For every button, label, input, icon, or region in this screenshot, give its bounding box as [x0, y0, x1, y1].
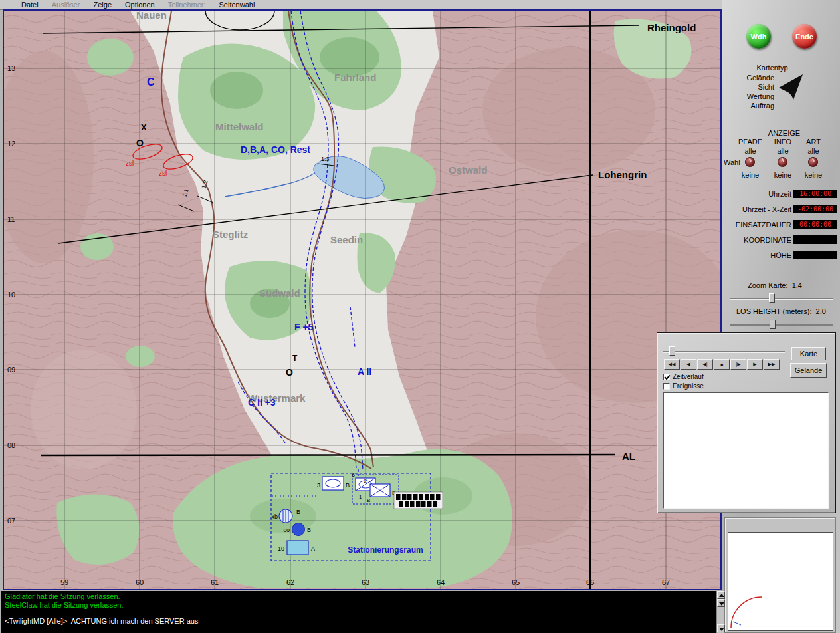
down-arrow-icon	[719, 628, 724, 631]
stop-button[interactable]: ■	[714, 359, 730, 370]
unit-mark-2: 2	[364, 478, 368, 484]
svg-text:10: 10	[7, 291, 15, 299]
koordinate-value	[793, 235, 837, 244]
unit-mark-1: 1	[359, 494, 362, 500]
chat-message: SteelClaw hat die Sitzung verlassen.	[5, 601, 713, 610]
gelaende-button[interactable]: Gelände	[790, 363, 827, 378]
phase-line-label-lohengrin: Lohengrin	[598, 169, 647, 180]
menu-seitenwahl[interactable]: Seitenwahl	[213, 0, 262, 10]
svg-text:65: 65	[512, 578, 520, 586]
up-arrow-icon	[719, 594, 724, 597]
unit-label-dba: D,B,A, CO, Rest	[241, 144, 310, 155]
tactical-map[interactable]: Rheingold Lohengrin AL 5960 6162 6364 65…	[4, 11, 720, 589]
pfade-knob[interactable]	[745, 157, 755, 167]
svg-text:67: 67	[662, 578, 670, 586]
ereignisse-label: Ereignisse	[673, 382, 704, 390]
kartentyp-option-sicht[interactable]: Sicht	[722, 83, 774, 91]
svg-text:66: 66	[586, 578, 594, 586]
menu-ausloeser[interactable]: Auslöser	[45, 0, 87, 10]
wdh-button[interactable]: Wdh	[746, 24, 771, 49]
svg-text:59: 59	[60, 578, 68, 586]
place-ostwald: Ostwald	[449, 164, 487, 176]
einsatzdauer-value: 00:00:00	[793, 220, 837, 229]
zoom-slider-track[interactable]	[730, 298, 833, 299]
wdh-button-label: Wdh	[751, 33, 767, 41]
unit-symbol-column[interactable]	[394, 492, 443, 509]
place-steglitz: Steglitz	[213, 229, 248, 240]
svg-text:07: 07	[7, 517, 15, 525]
karte-button[interactable]: Karte	[791, 347, 826, 360]
rewind-start-button[interactable]: ◀◀	[664, 359, 680, 370]
step-forward-button[interactable]: |▶	[730, 359, 746, 370]
minimap-arc-icon	[728, 584, 775, 630]
menu-datei[interactable]: Datei	[15, 0, 45, 10]
phase-line-label-al: AL	[622, 451, 635, 462]
kartentyp-option-wertung[interactable]: Wertung	[722, 92, 774, 100]
place-seedin: Seedin	[330, 234, 363, 245]
anzeige-col-info: INFO	[766, 138, 799, 146]
down-arrow-icon	[719, 602, 724, 606]
x-zeit-value: -02:00:00	[793, 205, 837, 213]
zeitverlauf-checkbox[interactable]	[663, 374, 670, 380]
phase-line-label-rheingold: Rheingold	[647, 22, 696, 33]
map-viewport[interactable]: Rheingold Lohengrin AL 5960 6162 6364 65…	[3, 9, 722, 590]
event-list[interactable]	[663, 392, 829, 509]
koordinate-label: KOORDINATE	[722, 236, 791, 244]
scroll-down-button[interactable]	[717, 599, 725, 607]
replay-slider-thumb[interactable]	[669, 346, 675, 356]
kartentyp-option-gelaende[interactable]: Gelände	[722, 74, 774, 82]
ende-button-label: Ende	[795, 33, 813, 41]
einsatzdauer-label: EINSATZDAUER	[722, 221, 791, 229]
anzeige-pfade-alle: alle	[734, 147, 767, 155]
menu-optionen[interactable]: Optionen	[118, 0, 161, 10]
unit-mark-3: 3	[317, 482, 320, 489]
kartentyp-title: Kartentyp	[742, 64, 803, 72]
anzeige-pfade-keine: keine	[734, 171, 767, 179]
ende-button[interactable]: Ende	[792, 24, 817, 49]
minimap-canvas[interactable]	[728, 532, 833, 631]
zoom-karte-label: Zoom Karte: 1.4	[748, 281, 802, 289]
hoehe-label: HÖHE	[722, 251, 791, 259]
scroll-down-button-2[interactable]	[717, 624, 725, 632]
info-knob[interactable]	[778, 157, 788, 167]
art-knob[interactable]	[808, 157, 818, 167]
los-slider-track[interactable]	[730, 324, 833, 326]
scroll-up-button[interactable]	[717, 591, 725, 599]
kartentyp-option-auftrag[interactable]: Auftrag	[722, 102, 774, 110]
play-forward-button[interactable]: ▶	[747, 359, 763, 370]
anzeige-info-alle: alle	[766, 147, 799, 155]
svg-text:60: 60	[136, 578, 144, 586]
unit-label-f5: F +5	[294, 322, 314, 332]
marker-x: X	[141, 122, 147, 132]
svg-text:63: 63	[362, 578, 369, 586]
zoom-slider-thumb[interactable]	[769, 293, 775, 303]
unit-label-a2: A II	[358, 366, 371, 377]
chat-message: Gladiator hat die Sitzung verlassen.	[5, 592, 713, 601]
uhrzeit-label: Uhrzeit	[722, 190, 791, 198]
unit-mark-b1: B	[346, 482, 350, 489]
route-1-3: 1.3	[321, 156, 330, 162]
anzeige-info-keine: keine	[766, 171, 799, 179]
marker-o1: O	[136, 138, 144, 148]
menu-zeige[interactable]: Zeige	[86, 0, 118, 10]
svg-text:08: 08	[7, 442, 15, 449]
svg-text:09: 09	[7, 366, 15, 374]
svg-text:13: 13	[7, 64, 15, 72]
ereignisse-checkbox[interactable]	[663, 383, 670, 390]
zsl-label-2: zsl	[159, 170, 167, 177]
unit-label-c: C	[147, 76, 155, 88]
svg-text:62: 62	[286, 578, 294, 586]
menu-teilnehmer[interactable]: Teilnehmer:	[161, 0, 213, 10]
replay-slider-track[interactable]	[663, 351, 785, 352]
place-fahrland: Fahrland	[334, 72, 376, 83]
step-backward-button[interactable]: ◀|	[697, 359, 713, 370]
chat-log: Gladiator hat die Sitzung verlassen. Ste…	[1, 591, 716, 633]
play-backward-button[interactable]: ◀	[681, 359, 696, 370]
chat-scrollbar[interactable]	[716, 591, 724, 633]
los-slider-thumb[interactable]	[770, 320, 776, 329]
unit-mark-6: 6	[352, 472, 356, 478]
fast-forward-button[interactable]: ▶▶	[764, 359, 780, 370]
anzeige-art-keine: keine	[797, 171, 830, 179]
unit-mark-10: 10	[278, 545, 284, 552]
x-zeit-label: Uhrzeit - X-Zeit	[722, 205, 791, 213]
